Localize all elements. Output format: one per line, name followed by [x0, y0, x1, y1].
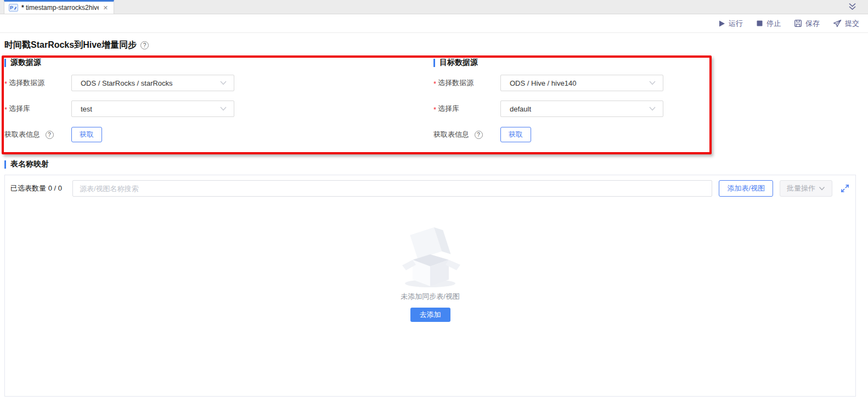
collapse-tabs-icon[interactable] — [848, 3, 857, 11]
target-fetch-row: 获取表信息 ? 获取 — [433, 126, 818, 143]
selected-count-value: 0 / 0 — [48, 184, 62, 192]
stop-button[interactable]: 停止 — [756, 19, 781, 29]
source-fetch-button[interactable]: 获取 — [71, 127, 102, 142]
action-toolbar: 运行 停止 保存 提交 — [0, 14, 868, 33]
required-asterisk: * — [433, 80, 436, 88]
section-accent-bar — [4, 160, 6, 169]
pencil-icon — [14, 6, 17, 10]
go-add-button[interactable]: 去添加 — [410, 308, 450, 322]
chevron-down-icon — [649, 80, 656, 86]
target-fetch-button[interactable]: 获取 — [500, 127, 531, 142]
source-database-row: *选择库 test — [4, 101, 388, 117]
empty-box-illustration — [397, 227, 463, 288]
run-button[interactable]: 运行 — [718, 19, 743, 29]
save-button[interactable]: 保存 — [794, 19, 820, 29]
chevron-down-icon — [219, 106, 227, 112]
fullscreen-expand-icon[interactable] — [840, 183, 850, 193]
mapping-toolbar: 已选表数量 0 / 0 添加表/视图 批量操作 — [10, 180, 850, 197]
submit-button[interactable]: 提交 — [833, 19, 859, 29]
source-datasource-select[interactable]: ODS / StarRocks / starRocks — [71, 75, 234, 91]
chevron-down-icon — [219, 80, 227, 86]
source-fetch-row: 获取表信息 ? 获取 — [4, 126, 388, 143]
target-datasource-row: *选择数据源 ODS / Hive / hive140 — [433, 75, 818, 91]
empty-state: 未添加同步表/视图 去添加 — [10, 227, 850, 322]
modified-marker: * — [21, 4, 24, 12]
close-icon[interactable]: ✕ — [102, 4, 109, 12]
page-title: 时间戳StarRocks到Hive增量同步 — [4, 40, 137, 51]
mapping-container: 已选表数量 0 / 0 添加表/视图 批量操作 — [4, 175, 856, 397]
required-asterisk: * — [4, 80, 7, 88]
required-asterisk: * — [433, 105, 436, 114]
empty-state-text: 未添加同步表/视图 — [401, 292, 460, 302]
target-panel: 目标数据源 *选择数据源 ODS / Hive / hive140 *选择库 d… — [433, 58, 818, 152]
source-panel-header: 源数据源 — [4, 58, 388, 67]
required-asterisk: * — [4, 105, 7, 114]
save-icon — [794, 19, 802, 27]
page-title-row: 时间戳StarRocks到Hive增量同步 ? — [0, 33, 868, 54]
tab-timestamp-starrocks2hive[interactable]: P * timestamp-starrocks2hive ✕ — [4, 0, 114, 14]
fetch-help-icon[interactable]: ? — [46, 131, 54, 139]
target-datasource-select[interactable]: ODS / Hive / hive140 — [500, 75, 663, 91]
selected-count-label: 已选表数量 0 / 0 — [10, 183, 72, 193]
datasource-form-area: 源数据源 *选择数据源 ODS / StarRocks / starRocks … — [0, 54, 868, 159]
tab-title: * timestamp-starrocks2hive — [21, 4, 99, 12]
section-accent-bar — [4, 59, 6, 67]
fetch-help-icon[interactable]: ? — [475, 131, 483, 139]
table-search-input[interactable] — [72, 180, 712, 197]
node-type-icon: P — [9, 4, 18, 12]
target-database-select[interactable]: default — [500, 101, 663, 117]
run-icon — [718, 20, 725, 27]
title-help-icon[interactable]: ? — [140, 41, 149, 49]
source-datasource-row: *选择数据源 ODS / StarRocks / starRocks — [4, 75, 388, 91]
submit-icon — [833, 19, 842, 27]
section-accent-bar — [433, 59, 435, 67]
batch-operation-button[interactable]: 批量操作 — [780, 180, 832, 197]
add-table-view-button[interactable]: 添加表/视图 — [719, 180, 773, 197]
mapping-section-header: 表名称映射 — [4, 159, 868, 169]
target-panel-header: 目标数据源 — [433, 58, 818, 67]
stop-icon — [756, 20, 763, 27]
target-database-row: *选择库 default — [433, 101, 818, 117]
source-panel: 源数据源 *选择数据源 ODS / StarRocks / starRocks … — [4, 58, 388, 152]
source-database-select[interactable]: test — [71, 101, 234, 117]
chevron-down-icon — [649, 106, 656, 112]
tab-bar: P * timestamp-starrocks2hive ✕ — [0, 0, 868, 14]
chevron-down-icon — [819, 186, 825, 191]
